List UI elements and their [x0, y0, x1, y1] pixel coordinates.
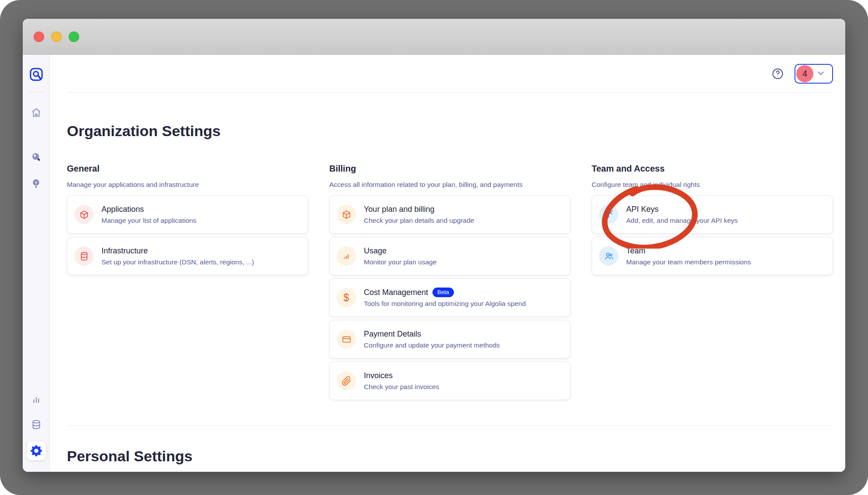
recommend-icon [31, 178, 42, 189]
search-icon [31, 152, 42, 163]
card-title: Infrastructure [101, 246, 148, 256]
section-title: Team and Access [592, 163, 833, 175]
minimize-button[interactable] [51, 32, 62, 42]
card-title: Payment Details [364, 329, 421, 339]
card-text: Your plan and billingCheck your plan det… [364, 204, 474, 225]
card-team[interactable]: TeamManage your team members permissions [592, 237, 833, 275]
card-title: Team [626, 246, 645, 256]
section-description: Manage your applications and infrastruct… [67, 180, 308, 189]
settings-section-billing: BillingAccess all information related to… [329, 163, 571, 400]
card-title: Usage [364, 246, 387, 256]
settings-section-team-and-access: Team and AccessConfigure team and indivi… [592, 163, 833, 400]
credit-card-icon [337, 330, 356, 349]
app-body: 4 Organization Settings GeneralManage yo… [23, 55, 845, 472]
card-description: Set up your infrastructure (DSN, alerts,… [101, 257, 254, 267]
sidebar-item-home[interactable] [27, 103, 46, 122]
card-invoices[interactable]: InvoicesCheck your past invoices [329, 362, 571, 400]
key-icon [599, 205, 618, 224]
card-description: Configure and update your payment method… [364, 341, 500, 350]
card-description: Manage your list of applications [101, 216, 196, 225]
card-title-row: Your plan and billing [364, 204, 474, 214]
card-description: Add, edit, and manage your API keys [626, 216, 738, 225]
card-text: InvoicesCheck your past invoices [364, 370, 439, 391]
app-window: 4 Organization Settings GeneralManage yo… [23, 19, 845, 472]
box-icon [337, 205, 356, 224]
sidebar-item-settings[interactable] [27, 441, 46, 460]
sidebar-item-recommend[interactable] [27, 174, 46, 193]
box-icon [74, 205, 94, 224]
page-title: Organization Settings [67, 121, 833, 141]
card-cost-management[interactable]: $Cost ManagementBetaTools for monitoring… [329, 278, 571, 317]
home-icon [31, 107, 42, 118]
settings-columns: GeneralManage your applications and infr… [67, 163, 833, 400]
card-title: API Keys [626, 204, 659, 214]
card-description: Check your plan details and upgrade [364, 216, 474, 225]
top-bar: 4 [67, 55, 833, 93]
card-list: ApplicationsManage your list of applicat… [67, 195, 308, 275]
beta-badge: Beta [432, 288, 454, 297]
card-title: Invoices [364, 370, 393, 381]
card-title-row: Team [626, 246, 751, 256]
database-icon [74, 246, 94, 266]
card-text: API KeysAdd, edit, and manage your API k… [626, 204, 738, 225]
traffic-lights [34, 32, 79, 42]
card-text: Cost ManagementBetaTools for monitoring … [364, 287, 526, 308]
card-description: Monitor your plan usage [364, 257, 436, 267]
card-text: InfrastructureSet up your infrastructure… [101, 246, 254, 267]
card-title-row: Infrastructure [101, 246, 254, 256]
section-description: Access all information related to your p… [329, 180, 571, 189]
card-infrastructure[interactable]: InfrastructureSet up your infrastructure… [67, 237, 308, 275]
section-title: Billing [329, 163, 571, 175]
card-payment-details[interactable]: Payment DetailsConfigure and update your… [329, 320, 571, 358]
card-usage[interactable]: UsageMonitor your plan usage [329, 237, 571, 275]
sidebar-item-analytics[interactable] [27, 390, 46, 409]
dollar-icon: $ [337, 288, 356, 307]
card-title: Applications [101, 204, 144, 214]
card-text: Payment DetailsConfigure and update your… [364, 329, 500, 350]
screenshot-frame: 4 Organization Settings GeneralManage yo… [0, 0, 868, 495]
paperclip-icon [337, 371, 356, 390]
card-list: API KeysAdd, edit, and manage your API k… [592, 195, 833, 275]
sidebar-divider [28, 92, 45, 92]
card-title: Your plan and billing [364, 204, 434, 214]
zoom-button[interactable] [69, 32, 79, 42]
chevron-down-icon [816, 68, 826, 79]
sidebar [23, 55, 50, 472]
card-your-plan-and-billing[interactable]: Your plan and billingCheck your plan det… [329, 195, 571, 234]
usage-chart-icon [337, 246, 356, 266]
card-title-row: Payment Details [364, 329, 500, 339]
algolia-logo-icon[interactable] [28, 67, 44, 82]
sidebar-item-data[interactable] [27, 415, 46, 434]
close-button[interactable] [34, 32, 44, 42]
card-applications[interactable]: ApplicationsManage your list of applicat… [67, 195, 308, 234]
personal-settings-title: Personal Settings [67, 446, 833, 466]
card-title-row: Cost ManagementBeta [364, 287, 526, 298]
card-text: UsageMonitor your plan usage [364, 246, 436, 267]
users-icon [599, 246, 618, 266]
card-description: Check your past invoices [364, 382, 439, 391]
gear-icon [31, 445, 42, 456]
card-title-row: Usage [364, 246, 436, 256]
sidebar-item-search[interactable] [27, 147, 46, 167]
card-title: Cost Management [364, 287, 428, 298]
main-area: 4 Organization Settings GeneralManage yo… [50, 55, 845, 472]
data-icon [31, 419, 42, 430]
card-api-keys[interactable]: API KeysAdd, edit, and manage your API k… [592, 195, 833, 234]
titlebar [23, 19, 845, 55]
avatar: 4 [796, 65, 813, 82]
settings-section-general: GeneralManage your applications and infr… [67, 163, 308, 400]
section-description: Configure team and individual rights [592, 180, 833, 189]
card-title-row: Applications [101, 204, 196, 214]
card-description: Tools for monitoring and optimizing your… [364, 299, 526, 308]
card-description: Manage your team members permissions [626, 257, 751, 267]
account-menu-button[interactable]: 4 [795, 64, 833, 84]
card-list: Your plan and billingCheck your plan det… [329, 195, 571, 400]
help-icon[interactable] [771, 67, 784, 80]
section-divider [67, 425, 833, 426]
card-text: TeamManage your team members permissions [626, 246, 751, 267]
analytics-icon [31, 393, 42, 405]
settings-content: Organization Settings GeneralManage your… [50, 93, 845, 472]
card-text: ApplicationsManage your list of applicat… [101, 204, 196, 225]
section-title: General [67, 163, 308, 175]
card-title-row: Invoices [364, 370, 439, 381]
